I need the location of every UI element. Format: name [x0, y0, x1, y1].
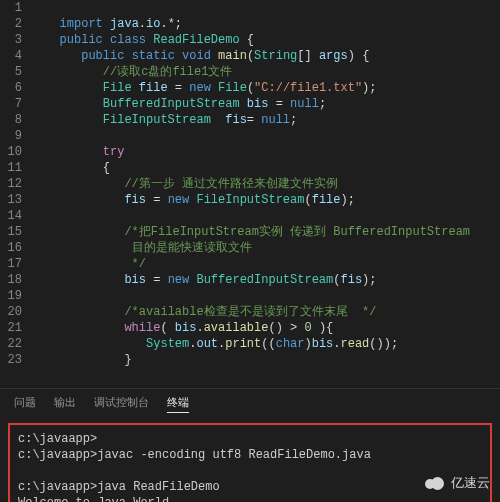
line-number: 8 — [0, 112, 22, 128]
code-line[interactable]: public class ReadFileDemo { — [38, 32, 500, 48]
code-line[interactable]: public static void main(String[] args) { — [38, 48, 500, 64]
code-line[interactable]: /*available检查是不是读到了文件末尾 */ — [38, 304, 500, 320]
line-number: 18 — [0, 272, 22, 288]
code-line[interactable]: { — [38, 160, 500, 176]
line-number: 12 — [0, 176, 22, 192]
line-number: 7 — [0, 96, 22, 112]
code-line[interactable] — [38, 208, 500, 224]
code-line[interactable]: bis = new BufferedInputStream(fis); — [38, 272, 500, 288]
line-number: 6 — [0, 80, 22, 96]
watermark: 亿速云 — [425, 474, 490, 492]
code-content[interactable]: import java.io.*; public class ReadFileD… — [30, 0, 500, 388]
line-number-gutter: 1234567891011121314151617181920212223 — [0, 0, 30, 388]
code-line[interactable]: fis = new FileInputStream(file); — [38, 192, 500, 208]
line-number: 22 — [0, 336, 22, 352]
terminal-output[interactable]: c:\javaapp> c:\javaapp>javac -encoding u… — [8, 423, 492, 502]
code-line[interactable] — [38, 0, 500, 16]
line-number: 20 — [0, 304, 22, 320]
code-line[interactable]: 目的是能快速读取文件 — [38, 240, 500, 256]
line-number: 16 — [0, 240, 22, 256]
line-number: 13 — [0, 192, 22, 208]
line-number: 23 — [0, 352, 22, 368]
code-line[interactable] — [38, 128, 500, 144]
code-line[interactable]: try — [38, 144, 500, 160]
line-number: 5 — [0, 64, 22, 80]
line-number: 1 — [0, 0, 22, 16]
code-line[interactable]: System.out.print((char)bis.read()); — [38, 336, 500, 352]
cloud-icon — [425, 476, 445, 490]
tab-debug-console[interactable]: 调试控制台 — [94, 395, 149, 413]
line-number: 17 — [0, 256, 22, 272]
code-line[interactable]: //读取c盘的file1文件 — [38, 64, 500, 80]
code-editor[interactable]: 1234567891011121314151617181920212223 im… — [0, 0, 500, 388]
tab-terminal[interactable]: 终端 — [167, 395, 189, 413]
line-number: 15 — [0, 224, 22, 240]
line-number: 2 — [0, 16, 22, 32]
line-number: 21 — [0, 320, 22, 336]
panel-tabs: 问题 输出 调试控制台 终端 — [0, 388, 500, 417]
watermark-text: 亿速云 — [451, 474, 490, 492]
tab-problems[interactable]: 问题 — [14, 395, 36, 413]
line-number: 4 — [0, 48, 22, 64]
code-line[interactable]: /*把FileInputStream实例 传递到 BufferedInputSt… — [38, 224, 500, 240]
line-number: 11 — [0, 160, 22, 176]
code-line[interactable]: while( bis.available() > 0 ){ — [38, 320, 500, 336]
code-line[interactable]: } — [38, 352, 500, 368]
code-line[interactable]: FileInputStream fis= null; — [38, 112, 500, 128]
code-line[interactable]: //第一步 通过文件路径来创建文件实例 — [38, 176, 500, 192]
line-number: 3 — [0, 32, 22, 48]
code-line[interactable]: BufferedInputStream bis = null; — [38, 96, 500, 112]
line-number: 10 — [0, 144, 22, 160]
tab-output[interactable]: 输出 — [54, 395, 76, 413]
code-line[interactable] — [38, 288, 500, 304]
line-number: 14 — [0, 208, 22, 224]
line-number: 19 — [0, 288, 22, 304]
line-number: 9 — [0, 128, 22, 144]
code-line[interactable]: File file = new File("C://file1.txt"); — [38, 80, 500, 96]
code-line[interactable]: import java.io.*; — [38, 16, 500, 32]
code-line[interactable]: */ — [38, 256, 500, 272]
